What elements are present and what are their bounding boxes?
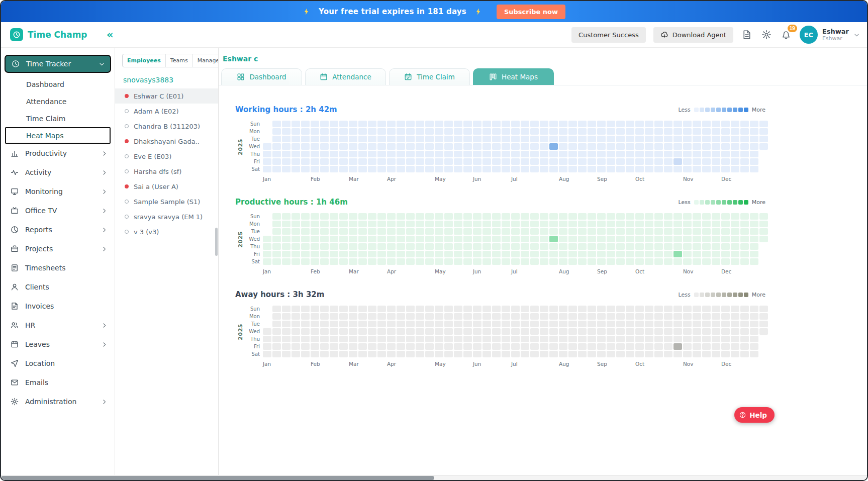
heatmap-cell[interactable] [358,121,367,127]
heatmap-cell[interactable] [511,343,520,350]
heatmap-cell[interactable] [588,306,596,312]
heatmap-cell[interactable] [358,306,367,312]
heatmap-cell[interactable] [387,251,396,257]
heatmap-cell[interactable] [311,143,319,150]
heatmap-cell[interactable] [311,306,319,312]
heatmap-cell[interactable] [549,158,558,165]
heatmap-cell[interactable] [406,336,415,342]
heatmap-cell[interactable] [502,136,510,142]
heatmap-cell[interactable] [635,136,644,142]
tab-attendance[interactable]: Attendance [305,68,386,85]
heatmap-cell[interactable] [559,121,567,127]
heatmap-cell[interactable] [588,236,596,242]
heatmap-cell[interactable] [492,236,501,242]
heatmap-cell[interactable] [330,158,338,165]
heatmap-cell[interactable] [463,328,472,335]
heatmap-cell[interactable] [292,343,300,350]
heatmap-cell[interactable] [521,143,529,150]
heatmap-cell[interactable] [559,136,567,142]
heatmap-cell[interactable] [483,121,491,127]
heatmap-cell[interactable] [530,151,539,157]
heatmap-cell[interactable] [645,321,653,327]
heatmap-cell[interactable] [292,321,300,327]
heatmap-cell[interactable] [521,228,529,235]
heatmap-cell[interactable] [759,228,768,235]
heatmap-cell[interactable] [654,306,663,312]
heatmap-cell[interactable] [330,151,338,157]
heatmap-cell[interactable] [521,151,529,157]
heatmap-cell[interactable] [406,151,415,157]
heatmap-cell[interactable] [740,243,749,250]
heatmap-cell[interactable] [731,243,739,250]
heatmap-cell[interactable] [616,321,625,327]
sidebar-item-location[interactable]: Location [1,354,115,373]
heatmap-cell[interactable] [578,251,587,257]
heatmap-cell[interactable] [330,321,338,327]
heatmap-cell[interactable] [559,236,567,242]
heatmap-cell[interactable] [568,128,577,135]
sidebar-item-projects[interactable]: Projects [1,239,115,258]
heatmap-cell[interactable] [712,236,720,242]
sidebar-item-invoices[interactable]: Invoices [1,297,115,316]
heatmap-cell[interactable] [320,336,329,342]
heatmap-cell[interactable] [731,213,739,220]
heatmap-cell[interactable] [349,121,357,127]
sidebar-item-leaves[interactable]: Leaves [1,335,115,354]
heatmap-cell[interactable] [568,136,577,142]
heatmap-cell[interactable] [397,128,405,135]
heatmap-cell[interactable] [320,236,329,242]
heatmap-cell[interactable] [626,306,634,312]
heatmap-cell[interactable] [740,221,749,227]
heatmap-cell[interactable] [683,151,692,157]
heatmap-cell[interactable] [435,258,443,265]
heatmap-cell[interactable] [635,213,644,220]
heatmap-cell[interactable] [607,236,615,242]
heatmap-cell[interactable] [377,143,386,150]
heatmap-cell[interactable] [349,328,357,335]
heatmap-cell[interactable] [559,251,567,257]
heatmap-cell[interactable] [702,228,711,235]
heatmap-cell[interactable] [272,158,281,165]
sidebar-item-monitoring[interactable]: Monitoring [1,182,115,201]
heatmap-cell[interactable] [502,336,510,342]
heatmap-cell[interactable] [702,236,711,242]
heatmap-cell[interactable] [406,328,415,335]
heatmap-cell[interactable] [521,221,529,227]
heatmap-cell[interactable] [521,121,529,127]
heatmap-cell[interactable] [358,143,367,150]
heatmap-cell[interactable] [387,151,396,157]
heatmap-cell[interactable] [693,336,701,342]
heatmap-cell[interactable] [568,251,577,257]
heatmap-cell[interactable] [607,143,615,150]
heatmap-cell[interactable] [616,313,625,320]
heatmap-cell[interactable] [358,166,367,172]
heatmap-cell[interactable] [683,343,692,350]
heatmap-cell[interactable] [540,213,548,220]
heatmap-cell[interactable] [645,151,653,157]
heatmap-cell[interactable] [511,221,520,227]
heatmap-cell[interactable] [702,258,711,265]
heatmap-cell[interactable] [607,128,615,135]
employee-row-v-3-v3[interactable]: v 3 (v3) [115,224,218,239]
heatmap-cell[interactable] [559,313,567,320]
heatmap-cell[interactable] [597,143,606,150]
heatmap-cell[interactable] [511,351,520,357]
heatmap-cell[interactable] [339,351,348,357]
heatmap-cell[interactable] [282,336,291,342]
heatmap-cell[interactable] [454,258,462,265]
heatmap-cell[interactable] [740,151,749,157]
heatmap-cell[interactable] [721,321,730,327]
heatmap-cell[interactable] [444,258,453,265]
heatmap-cell[interactable] [377,321,386,327]
heatmap-cell[interactable] [759,321,768,327]
heatmap-cell[interactable] [368,243,376,250]
heatmap-cell[interactable] [387,343,396,350]
heatmap-cell[interactable] [282,321,291,327]
heatmap-cell[interactable] [301,166,310,172]
heatmap-cell[interactable] [339,166,348,172]
heatmap-cell[interactable] [731,151,739,157]
heatmap-cell[interactable] [425,151,434,157]
heatmap-cell[interactable] [597,128,606,135]
heatmap-cell[interactable] [530,251,539,257]
heatmap-cell[interactable] [521,321,529,327]
